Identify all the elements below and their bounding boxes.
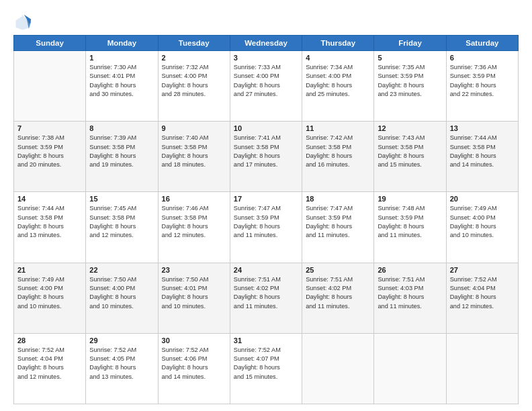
day-info: Sunrise: 7:45 AM Sunset: 3:58 PM Dayligh… bbox=[89, 204, 154, 240]
day-number: 16 bbox=[162, 195, 226, 203]
weekday-header-tuesday: Tuesday bbox=[158, 36, 230, 51]
day-info: Sunrise: 7:32 AM Sunset: 4:00 PM Dayligh… bbox=[162, 63, 226, 99]
day-number: 24 bbox=[234, 266, 298, 274]
calendar-week-row: 28Sunrise: 7:52 AM Sunset: 4:04 PM Dayli… bbox=[14, 333, 519, 404]
day-info: Sunrise: 7:36 AM Sunset: 3:59 PM Dayligh… bbox=[450, 63, 515, 99]
day-number: 7 bbox=[17, 124, 82, 132]
day-number: 14 bbox=[17, 195, 82, 203]
day-info: Sunrise: 7:44 AM Sunset: 3:58 PM Dayligh… bbox=[450, 134, 515, 169]
day-number: 19 bbox=[378, 195, 442, 203]
calendar-cell: 11Sunrise: 7:42 AM Sunset: 3:58 PM Dayli… bbox=[302, 122, 374, 192]
day-info: Sunrise: 7:49 AM Sunset: 4:00 PM Dayligh… bbox=[450, 204, 515, 240]
day-number: 2 bbox=[162, 54, 226, 62]
day-info: Sunrise: 7:44 AM Sunset: 3:58 PM Dayligh… bbox=[17, 204, 82, 240]
day-number: 21 bbox=[17, 266, 82, 274]
day-number: 4 bbox=[306, 54, 370, 62]
day-info: Sunrise: 7:34 AM Sunset: 4:00 PM Dayligh… bbox=[306, 63, 370, 99]
weekday-header-thursday: Thursday bbox=[302, 36, 374, 51]
calendar-week-row: 21Sunrise: 7:49 AM Sunset: 4:00 PM Dayli… bbox=[14, 263, 519, 333]
day-info: Sunrise: 7:47 AM Sunset: 3:59 PM Dayligh… bbox=[306, 204, 370, 240]
day-info: Sunrise: 7:43 AM Sunset: 3:58 PM Dayligh… bbox=[378, 134, 442, 169]
weekday-header-sunday: Sunday bbox=[14, 36, 86, 51]
day-info: Sunrise: 7:52 AM Sunset: 4:07 PM Dayligh… bbox=[234, 346, 298, 381]
weekday-header-row: SundayMondayTuesdayWednesdayThursdayFrid… bbox=[14, 36, 519, 51]
weekday-header-wednesday: Wednesday bbox=[230, 36, 302, 51]
header bbox=[13, 11, 519, 32]
day-info: Sunrise: 7:52 AM Sunset: 4:04 PM Dayligh… bbox=[450, 275, 515, 311]
calendar-cell bbox=[446, 333, 518, 404]
day-info: Sunrise: 7:33 AM Sunset: 4:00 PM Dayligh… bbox=[234, 63, 298, 99]
day-number: 22 bbox=[89, 266, 154, 274]
calendar-cell: 7Sunrise: 7:38 AM Sunset: 3:59 PM Daylig… bbox=[14, 122, 86, 192]
calendar-cell: 2Sunrise: 7:32 AM Sunset: 4:00 PM Daylig… bbox=[158, 51, 230, 122]
calendar-cell: 1Sunrise: 7:30 AM Sunset: 4:01 PM Daylig… bbox=[86, 51, 158, 122]
calendar-cell: 20Sunrise: 7:49 AM Sunset: 4:00 PM Dayli… bbox=[446, 192, 518, 263]
calendar-cell bbox=[302, 333, 374, 404]
page: SundayMondayTuesdayWednesdayThursdayFrid… bbox=[0, 0, 532, 411]
day-number: 8 bbox=[89, 124, 154, 132]
calendar-cell: 5Sunrise: 7:35 AM Sunset: 3:59 PM Daylig… bbox=[374, 51, 446, 122]
calendar-cell: 12Sunrise: 7:43 AM Sunset: 3:58 PM Dayli… bbox=[374, 122, 446, 192]
day-number: 15 bbox=[89, 195, 154, 203]
logo bbox=[13, 13, 35, 32]
calendar-cell: 10Sunrise: 7:41 AM Sunset: 3:58 PM Dayli… bbox=[230, 122, 302, 192]
day-info: Sunrise: 7:42 AM Sunset: 3:58 PM Dayligh… bbox=[306, 134, 370, 169]
calendar-cell: 29Sunrise: 7:52 AM Sunset: 4:05 PM Dayli… bbox=[86, 333, 158, 404]
day-info: Sunrise: 7:41 AM Sunset: 3:58 PM Dayligh… bbox=[234, 134, 298, 169]
calendar-cell: 13Sunrise: 7:44 AM Sunset: 3:58 PM Dayli… bbox=[446, 122, 518, 192]
day-info: Sunrise: 7:48 AM Sunset: 3:59 PM Dayligh… bbox=[378, 204, 442, 240]
day-number: 17 bbox=[234, 195, 298, 203]
calendar-cell: 15Sunrise: 7:45 AM Sunset: 3:58 PM Dayli… bbox=[86, 192, 158, 263]
day-number: 3 bbox=[234, 54, 298, 62]
day-number: 5 bbox=[378, 54, 442, 62]
day-number: 27 bbox=[450, 266, 515, 274]
calendar-cell: 14Sunrise: 7:44 AM Sunset: 3:58 PM Dayli… bbox=[14, 192, 86, 263]
calendar-cell: 6Sunrise: 7:36 AM Sunset: 3:59 PM Daylig… bbox=[446, 51, 518, 122]
calendar-cell: 18Sunrise: 7:47 AM Sunset: 3:59 PM Dayli… bbox=[302, 192, 374, 263]
day-number: 29 bbox=[89, 336, 154, 345]
calendar-cell: 31Sunrise: 7:52 AM Sunset: 4:07 PM Dayli… bbox=[230, 333, 302, 404]
calendar-cell: 17Sunrise: 7:47 AM Sunset: 3:59 PM Dayli… bbox=[230, 192, 302, 263]
weekday-header-monday: Monday bbox=[86, 36, 158, 51]
calendar-week-row: 7Sunrise: 7:38 AM Sunset: 3:59 PM Daylig… bbox=[14, 122, 519, 192]
calendar-cell: 8Sunrise: 7:39 AM Sunset: 3:58 PM Daylig… bbox=[86, 122, 158, 192]
day-number: 9 bbox=[162, 124, 226, 132]
day-info: Sunrise: 7:30 AM Sunset: 4:01 PM Dayligh… bbox=[89, 63, 154, 99]
day-info: Sunrise: 7:52 AM Sunset: 4:04 PM Dayligh… bbox=[17, 346, 82, 381]
day-number: 10 bbox=[234, 124, 298, 132]
day-number: 20 bbox=[450, 195, 515, 203]
day-number: 18 bbox=[306, 195, 370, 203]
calendar-cell: 24Sunrise: 7:51 AM Sunset: 4:02 PM Dayli… bbox=[230, 263, 302, 333]
day-number: 12 bbox=[378, 124, 442, 132]
calendar-cell: 21Sunrise: 7:49 AM Sunset: 4:00 PM Dayli… bbox=[14, 263, 86, 333]
day-info: Sunrise: 7:40 AM Sunset: 3:58 PM Dayligh… bbox=[162, 134, 226, 169]
day-info: Sunrise: 7:38 AM Sunset: 3:59 PM Dayligh… bbox=[17, 134, 82, 169]
calendar-cell: 4Sunrise: 7:34 AM Sunset: 4:00 PM Daylig… bbox=[302, 51, 374, 122]
calendar-cell: 30Sunrise: 7:52 AM Sunset: 4:06 PM Dayli… bbox=[158, 333, 230, 404]
day-number: 23 bbox=[162, 266, 226, 274]
calendar-cell bbox=[14, 51, 86, 122]
day-info: Sunrise: 7:52 AM Sunset: 4:05 PM Dayligh… bbox=[89, 346, 154, 381]
day-info: Sunrise: 7:51 AM Sunset: 4:02 PM Dayligh… bbox=[306, 275, 370, 311]
day-number: 26 bbox=[378, 266, 442, 274]
day-info: Sunrise: 7:39 AM Sunset: 3:58 PM Dayligh… bbox=[89, 134, 154, 169]
calendar-table: SundayMondayTuesdayWednesdayThursdayFrid… bbox=[13, 35, 519, 404]
calendar-cell: 23Sunrise: 7:50 AM Sunset: 4:01 PM Dayli… bbox=[158, 263, 230, 333]
day-info: Sunrise: 7:46 AM Sunset: 3:58 PM Dayligh… bbox=[162, 204, 226, 240]
day-info: Sunrise: 7:52 AM Sunset: 4:06 PM Dayligh… bbox=[162, 346, 226, 381]
calendar-cell: 22Sunrise: 7:50 AM Sunset: 4:00 PM Dayli… bbox=[86, 263, 158, 333]
calendar-cell: 19Sunrise: 7:48 AM Sunset: 3:59 PM Dayli… bbox=[374, 192, 446, 263]
day-number: 6 bbox=[450, 54, 515, 62]
calendar-cell: 9Sunrise: 7:40 AM Sunset: 3:58 PM Daylig… bbox=[158, 122, 230, 192]
day-info: Sunrise: 7:50 AM Sunset: 4:01 PM Dayligh… bbox=[162, 275, 226, 311]
calendar-cell: 27Sunrise: 7:52 AM Sunset: 4:04 PM Dayli… bbox=[446, 263, 518, 333]
day-number: 28 bbox=[17, 336, 82, 345]
day-number: 30 bbox=[162, 336, 226, 345]
day-info: Sunrise: 7:35 AM Sunset: 3:59 PM Dayligh… bbox=[378, 63, 442, 99]
calendar-cell: 28Sunrise: 7:52 AM Sunset: 4:04 PM Dayli… bbox=[14, 333, 86, 404]
weekday-header-friday: Friday bbox=[374, 36, 446, 51]
day-info: Sunrise: 7:51 AM Sunset: 4:02 PM Dayligh… bbox=[234, 275, 298, 311]
day-number: 11 bbox=[306, 124, 370, 132]
weekday-header-saturday: Saturday bbox=[446, 36, 518, 51]
day-info: Sunrise: 7:47 AM Sunset: 3:59 PM Dayligh… bbox=[234, 204, 298, 240]
